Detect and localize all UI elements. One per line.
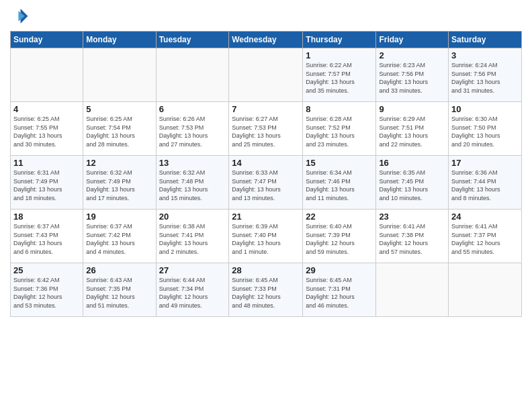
day-detail: Sunrise: 6:45 AM Sunset: 7:33 PM Dayligh… <box>232 276 300 310</box>
calendar-cell: 28Sunrise: 6:45 AM Sunset: 7:33 PM Dayli… <box>229 263 303 317</box>
day-detail: Sunrise: 6:27 AM Sunset: 7:53 PM Dayligh… <box>232 115 300 148</box>
header-cell-thursday: Thursday <box>303 32 376 48</box>
day-number: 24 <box>451 212 519 222</box>
calendar-cell <box>229 48 303 102</box>
day-detail: Sunrise: 6:26 AM Sunset: 7:53 PM Dayligh… <box>159 115 226 148</box>
day-detail: Sunrise: 6:25 AM Sunset: 7:54 PM Dayligh… <box>86 115 152 148</box>
calendar-cell: 16Sunrise: 6:35 AM Sunset: 7:45 PM Dayli… <box>376 156 449 210</box>
calendar-cell: 20Sunrise: 6:38 AM Sunset: 7:41 PM Dayli… <box>156 210 229 263</box>
day-number: 3 <box>451 50 519 60</box>
day-detail: Sunrise: 6:32 AM Sunset: 7:48 PM Dayligh… <box>159 169 226 202</box>
calendar-cell: 27Sunrise: 6:44 AM Sunset: 7:34 PM Dayli… <box>156 263 229 317</box>
page: SundayMondayTuesdayWednesdayThursdayFrid… <box>0 0 532 411</box>
header <box>10 7 522 26</box>
calendar-cell: 19Sunrise: 6:37 AM Sunset: 7:42 PM Dayli… <box>83 210 156 263</box>
day-detail: Sunrise: 6:36 AM Sunset: 7:44 PM Dayligh… <box>451 169 519 202</box>
day-detail: Sunrise: 6:29 AM Sunset: 7:51 PM Dayligh… <box>379 115 445 148</box>
day-number: 4 <box>13 104 80 114</box>
day-detail: Sunrise: 6:32 AM Sunset: 7:49 PM Dayligh… <box>86 169 152 202</box>
day-number: 2 <box>379 50 445 60</box>
calendar-cell: 10Sunrise: 6:30 AM Sunset: 7:50 PM Dayli… <box>449 102 522 156</box>
header-cell-monday: Monday <box>83 32 156 48</box>
day-detail: Sunrise: 6:28 AM Sunset: 7:52 PM Dayligh… <box>306 115 373 148</box>
calendar-cell <box>376 263 449 317</box>
calendar-body: 1Sunrise: 6:22 AM Sunset: 7:57 PM Daylig… <box>11 48 522 317</box>
day-detail: Sunrise: 6:31 AM Sunset: 7:49 PM Dayligh… <box>13 169 80 202</box>
day-number: 9 <box>379 104 445 114</box>
calendar-cell: 29Sunrise: 6:45 AM Sunset: 7:31 PM Dayli… <box>303 263 376 317</box>
day-number: 1 <box>306 50 373 60</box>
calendar-cell: 7Sunrise: 6:27 AM Sunset: 7:53 PM Daylig… <box>229 102 303 156</box>
calendar-cell: 25Sunrise: 6:42 AM Sunset: 7:36 PM Dayli… <box>11 263 83 317</box>
day-number: 13 <box>159 158 226 168</box>
calendar-week-4: 25Sunrise: 6:42 AM Sunset: 7:36 PM Dayli… <box>11 263 522 317</box>
header-cell-wednesday: Wednesday <box>229 32 303 48</box>
day-number: 25 <box>13 265 80 275</box>
day-detail: Sunrise: 6:35 AM Sunset: 7:45 PM Dayligh… <box>379 169 445 202</box>
day-detail: Sunrise: 6:44 AM Sunset: 7:34 PM Dayligh… <box>159 276 226 310</box>
day-number: 27 <box>159 265 226 275</box>
day-number: 14 <box>232 158 300 168</box>
day-detail: Sunrise: 6:42 AM Sunset: 7:36 PM Dayligh… <box>13 276 80 310</box>
day-detail: Sunrise: 6:30 AM Sunset: 7:50 PM Dayligh… <box>451 115 519 148</box>
day-detail: Sunrise: 6:41 AM Sunset: 7:38 PM Dayligh… <box>379 222 445 256</box>
calendar-cell: 1Sunrise: 6:22 AM Sunset: 7:57 PM Daylig… <box>303 48 376 102</box>
calendar-cell: 26Sunrise: 6:43 AM Sunset: 7:35 PM Dayli… <box>83 263 156 317</box>
day-number: 17 <box>451 158 519 168</box>
day-detail: Sunrise: 6:40 AM Sunset: 7:39 PM Dayligh… <box>306 222 373 256</box>
day-detail: Sunrise: 6:37 AM Sunset: 7:42 PM Dayligh… <box>86 222 152 256</box>
calendar-cell: 23Sunrise: 6:41 AM Sunset: 7:38 PM Dayli… <box>376 210 449 263</box>
day-detail: Sunrise: 6:22 AM Sunset: 7:57 PM Dayligh… <box>306 61 373 95</box>
day-detail: Sunrise: 6:41 AM Sunset: 7:37 PM Dayligh… <box>451 222 519 256</box>
logo-icon <box>10 7 29 26</box>
day-number: 5 <box>86 104 152 114</box>
calendar-cell: 6Sunrise: 6:26 AM Sunset: 7:53 PM Daylig… <box>156 102 229 156</box>
day-number: 22 <box>306 212 373 222</box>
day-detail: Sunrise: 6:34 AM Sunset: 7:46 PM Dayligh… <box>306 169 373 202</box>
calendar-cell: 8Sunrise: 6:28 AM Sunset: 7:52 PM Daylig… <box>303 102 376 156</box>
day-number: 10 <box>451 104 519 114</box>
calendar-cell: 3Sunrise: 6:24 AM Sunset: 7:56 PM Daylig… <box>449 48 522 102</box>
day-detail: Sunrise: 6:23 AM Sunset: 7:56 PM Dayligh… <box>379 61 445 95</box>
day-detail: Sunrise: 6:37 AM Sunset: 7:43 PM Dayligh… <box>13 222 80 256</box>
day-number: 26 <box>86 265 152 275</box>
calendar-cell <box>156 48 229 102</box>
day-detail: Sunrise: 6:43 AM Sunset: 7:35 PM Dayligh… <box>86 276 152 310</box>
calendar-cell: 9Sunrise: 6:29 AM Sunset: 7:51 PM Daylig… <box>376 102 449 156</box>
calendar-cell <box>83 48 156 102</box>
calendar-cell: 21Sunrise: 6:39 AM Sunset: 7:40 PM Dayli… <box>229 210 303 263</box>
calendar-cell: 15Sunrise: 6:34 AM Sunset: 7:46 PM Dayli… <box>303 156 376 210</box>
calendar-cell: 12Sunrise: 6:32 AM Sunset: 7:49 PM Dayli… <box>83 156 156 210</box>
day-detail: Sunrise: 6:39 AM Sunset: 7:40 PM Dayligh… <box>232 222 300 256</box>
calendar-cell: 24Sunrise: 6:41 AM Sunset: 7:37 PM Dayli… <box>449 210 522 263</box>
calendar-cell: 11Sunrise: 6:31 AM Sunset: 7:49 PM Dayli… <box>11 156 83 210</box>
calendar-table: SundayMondayTuesdayWednesdayThursdayFrid… <box>10 31 522 317</box>
day-number: 7 <box>232 104 300 114</box>
day-number: 6 <box>159 104 226 114</box>
day-number: 16 <box>379 158 445 168</box>
calendar-cell <box>449 263 522 317</box>
day-number: 28 <box>232 265 300 275</box>
header-row: SundayMondayTuesdayWednesdayThursdayFrid… <box>11 32 522 48</box>
calendar-cell: 17Sunrise: 6:36 AM Sunset: 7:44 PM Dayli… <box>449 156 522 210</box>
calendar-cell: 5Sunrise: 6:25 AM Sunset: 7:54 PM Daylig… <box>83 102 156 156</box>
calendar-cell <box>11 48 83 102</box>
day-number: 29 <box>306 265 373 275</box>
header-cell-friday: Friday <box>376 32 449 48</box>
calendar-week-3: 18Sunrise: 6:37 AM Sunset: 7:43 PM Dayli… <box>11 210 522 263</box>
calendar-week-0: 1Sunrise: 6:22 AM Sunset: 7:57 PM Daylig… <box>11 48 522 102</box>
calendar-cell: 22Sunrise: 6:40 AM Sunset: 7:39 PM Dayli… <box>303 210 376 263</box>
calendar-cell: 2Sunrise: 6:23 AM Sunset: 7:56 PM Daylig… <box>376 48 449 102</box>
calendar-week-1: 4Sunrise: 6:25 AM Sunset: 7:55 PM Daylig… <box>11 102 522 156</box>
day-detail: Sunrise: 6:24 AM Sunset: 7:56 PM Dayligh… <box>451 61 519 95</box>
day-detail: Sunrise: 6:45 AM Sunset: 7:31 PM Dayligh… <box>306 276 373 310</box>
calendar-week-2: 11Sunrise: 6:31 AM Sunset: 7:49 PM Dayli… <box>11 156 522 210</box>
day-detail: Sunrise: 6:25 AM Sunset: 7:55 PM Dayligh… <box>13 115 80 148</box>
calendar-cell: 18Sunrise: 6:37 AM Sunset: 7:43 PM Dayli… <box>11 210 83 263</box>
day-number: 11 <box>13 158 80 168</box>
day-number: 21 <box>232 212 300 222</box>
day-number: 8 <box>306 104 373 114</box>
header-cell-saturday: Saturday <box>449 32 522 48</box>
logo <box>10 7 32 26</box>
day-number: 20 <box>159 212 226 222</box>
